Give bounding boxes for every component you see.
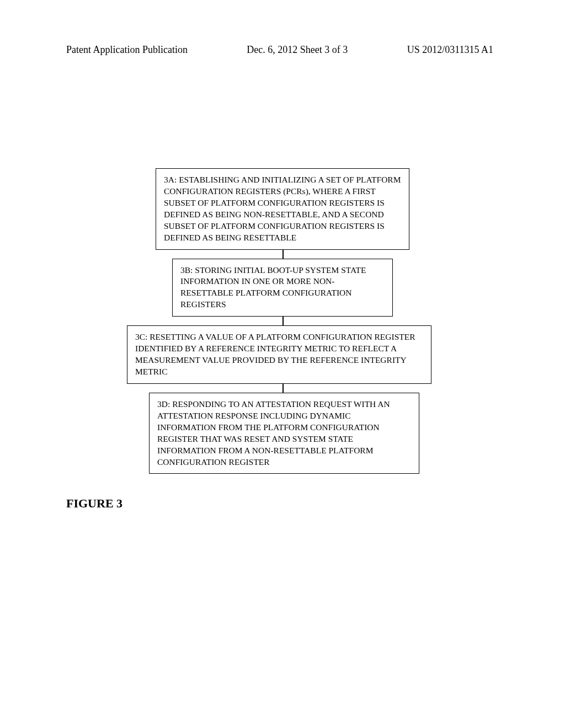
step-3a-text: 3A: ESTABLISHING AND INITIALIZING A SET … (164, 175, 401, 242)
connector-3a-3b (282, 250, 284, 259)
connector-3c-3d (282, 384, 284, 393)
flowchart-step-3c: 3C: RESETTING A VALUE OF A PLATFORM CONF… (127, 325, 431, 384)
figure-label: FIGURE 3 (66, 496, 122, 511)
header-date-sheet: Dec. 6, 2012 Sheet 3 of 3 (247, 44, 348, 56)
flowchart-step-3b: 3B: STORING INITIAL BOOT-UP SYSTEM STATE… (172, 259, 393, 317)
step-3d-text: 3D: RESPONDING TO AN ATTESTATION REQUEST… (157, 399, 390, 467)
step-3b-text: 3B: STORING INITIAL BOOT-UP SYSTEM STATE… (180, 265, 366, 309)
flowchart-step-3d: 3D: RESPONDING TO AN ATTESTATION REQUEST… (149, 393, 419, 474)
step-3c-text: 3C: RESETTING A VALUE OF A PLATFORM CONF… (135, 332, 415, 376)
connector-3b-3c (282, 317, 284, 325)
header-publication: Patent Application Publication (66, 44, 188, 56)
flowchart-step-3a: 3A: ESTABLISHING AND INITIALIZING A SET … (156, 168, 409, 250)
header-patent-number: US 2012/0311315 A1 (407, 44, 493, 56)
flowchart: 3A: ESTABLISHING AND INITIALIZING A SET … (117, 168, 448, 474)
page-header: Patent Application Publication Dec. 6, 2… (0, 44, 565, 56)
